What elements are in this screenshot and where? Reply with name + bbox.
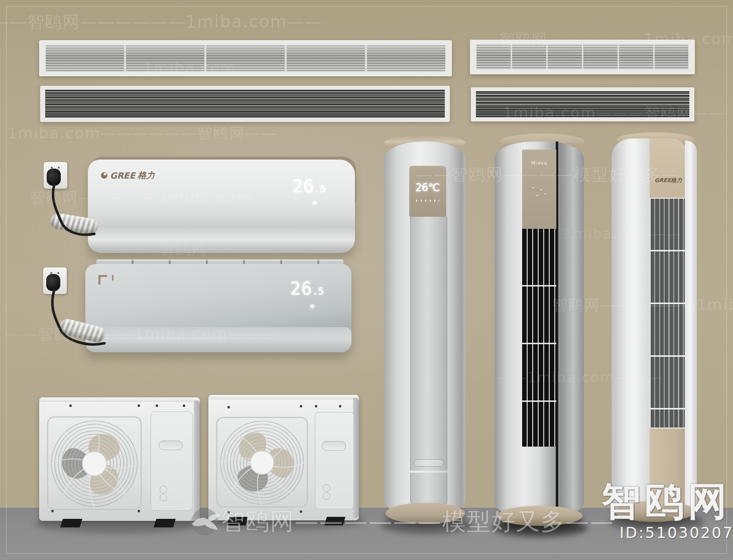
grille-dividers <box>46 45 445 71</box>
valve-covers <box>160 486 169 501</box>
tower-1-lower-panel <box>410 473 447 505</box>
tower-2-brand: Midea <box>522 161 556 166</box>
screw <box>138 404 140 407</box>
screw <box>227 511 230 514</box>
tower-2-base <box>497 506 582 526</box>
tower-ac-1: 26℃ <box>384 142 465 517</box>
screw <box>156 404 158 407</box>
valve-covers <box>323 484 332 499</box>
brand-text-cn: 格力 <box>671 177 682 184</box>
linear-grille-top-right <box>470 40 695 74</box>
power-cable-1 <box>40 181 110 246</box>
screw <box>339 405 341 407</box>
outdoor-unit-1 <box>39 397 200 521</box>
tower-3-right-edge <box>685 141 697 513</box>
site-logo: 智鸥网 <box>601 476 731 528</box>
screw <box>315 405 317 407</box>
bird-logo-icon <box>190 506 225 537</box>
outdoor-top-face <box>39 397 200 402</box>
tower-ac-3: GREE格力 <box>650 138 687 517</box>
linear-grille-top-left <box>39 40 452 76</box>
power-cable-2 <box>40 287 120 352</box>
gree-leaf-icon <box>101 172 107 179</box>
outlet-pin <box>58 167 60 169</box>
screw <box>300 405 302 407</box>
tower-2-air-grille <box>522 229 556 447</box>
wall-ac-1-brand: GREE 格力 <box>101 170 155 181</box>
tower-ac-2: Midea <box>495 142 584 519</box>
product-render-scene: GREE 格力 26.5 26.5 <box>0 0 733 560</box>
wall-ac-2: 26.5 <box>85 264 351 352</box>
temp-decimal: .5 <box>314 183 326 194</box>
brand-text-cn: 格力 <box>138 170 155 181</box>
grille-slats <box>45 90 445 118</box>
wall-ac-1: GREE 格力 26.5 <box>88 160 355 253</box>
wall-ac-2-brand-mark <box>98 275 113 285</box>
grille-dividers <box>476 45 688 69</box>
unit-foot <box>324 517 345 525</box>
service-panel <box>315 412 354 509</box>
wall-ac-2-display: 26.5 <box>290 280 324 298</box>
temp-value: 26 <box>290 278 312 299</box>
outdoor-unit-2 <box>208 395 359 520</box>
fan-grille <box>45 415 144 512</box>
snowflake-icon <box>312 201 317 205</box>
tower-3-brand-panel: GREE格力 <box>650 138 687 198</box>
linear-grille-mid-right <box>471 87 694 121</box>
unit-foot <box>60 519 82 527</box>
tower-1-mode-icons <box>416 200 439 202</box>
fan-grille <box>215 416 309 509</box>
tower-3-left-column <box>612 138 650 517</box>
door-handle <box>414 459 444 467</box>
tower-2-display-dots <box>530 185 550 200</box>
tower-3-air-grille <box>650 198 687 429</box>
tower-1-display: 26℃ <box>409 183 446 193</box>
temp-value: 26 <box>292 176 314 196</box>
service-panel <box>151 411 193 511</box>
screw <box>227 406 230 408</box>
tower-1-outlet-door <box>410 217 447 471</box>
panel-handle <box>322 441 346 451</box>
brand-glyph <box>98 275 107 285</box>
screw <box>183 404 185 407</box>
brand-text: GREE <box>110 171 135 181</box>
wall-ac-2-bottom-band <box>85 327 351 352</box>
unit-foot <box>154 519 176 527</box>
snowflake-icon <box>310 304 314 309</box>
tower-2-front-panel: Midea <box>522 150 556 229</box>
outdoor-top-face <box>208 395 359 399</box>
outdoor-side-face <box>194 400 200 519</box>
screw <box>69 404 72 407</box>
panel-handle <box>159 441 183 450</box>
linear-grille-mid-left <box>40 86 450 122</box>
tower-1-display-panel: 26℃ <box>409 166 446 217</box>
temp-decimal: .5 <box>312 286 324 297</box>
grille-slats <box>476 91 689 117</box>
tower-1-base <box>386 503 465 524</box>
brand-glyph <box>112 275 113 281</box>
tower-3-brand: GREE格力 <box>650 175 687 184</box>
brand-text: GREE <box>655 177 671 184</box>
screw <box>300 510 302 513</box>
wall-ac-1-display: 26.5 <box>292 178 326 195</box>
outlet-pin <box>57 272 59 274</box>
model-id-label: ID:510302073 <box>620 524 733 541</box>
unit-foot <box>227 517 248 525</box>
